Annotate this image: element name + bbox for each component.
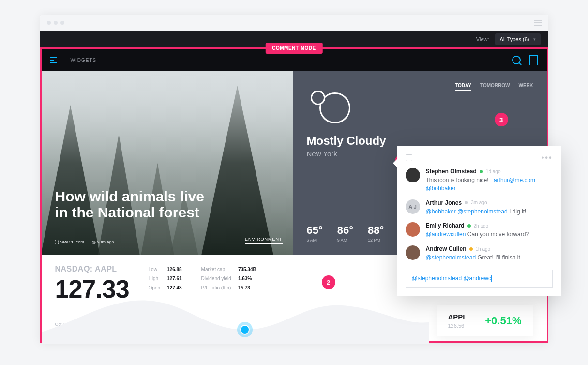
traffic-lights[interactable] [47, 21, 64, 25]
comment-item: Emily Richard 2h ago @andrewcullen Can y… [406, 222, 553, 239]
comment-item: Andrew Cullen 1h ago @stephenolmstead Gr… [406, 245, 553, 262]
card-price: 126.56 [448, 323, 467, 329]
view-label: View: [476, 36, 489, 42]
cloudy-icon [307, 90, 350, 123]
menu-icon[interactable] [50, 57, 57, 63]
comment-marker-3[interactable]: 3 [495, 113, 508, 126]
more-icon[interactable]: ••• [542, 153, 553, 162]
hero-meta: ) ) SPACE.com ◷ 20m ago [55, 240, 114, 244]
status-dot [467, 224, 471, 228]
tab-today[interactable]: TODAY [455, 83, 471, 91]
avatar[interactable] [406, 222, 420, 237]
temp-hour: 86°9 AM [337, 224, 353, 243]
browser-titlebar [40, 15, 548, 31]
stock-summary-card[interactable]: APPL 126.56 +0.51% [437, 305, 533, 336]
comment-item: Stephen Olmstead 1d ago This icon is loo… [406, 168, 553, 193]
search-icon[interactable] [512, 56, 521, 64]
view-type-dropdown[interactable]: All Types (6) ▾ [495, 33, 541, 45]
svg-point-0 [241, 326, 249, 334]
resolve-checkbox[interactable] [406, 154, 412, 161]
app-canvas: COMMENT MODE WIDGETS How wild animals li… [40, 47, 548, 343]
comment-thread: Stephen Olmstead 1d ago This icon is loo… [406, 168, 553, 262]
status-dot [480, 170, 483, 173]
avatar[interactable]: A J [406, 199, 420, 214]
avatar[interactable] [406, 168, 420, 182]
reply-input[interactable]: @stephenolmstead @andrewc [406, 270, 553, 288]
widgets-label[interactable]: WIDGETS [71, 58, 97, 63]
chevron-down-icon: ▾ [533, 37, 536, 42]
temp-hour: 65°6 AM [307, 224, 323, 243]
hamburger-icon[interactable] [534, 22, 542, 23]
stock-chart [42, 286, 429, 344]
ticker-label: NASDAQ: AAPL [55, 265, 129, 274]
browser-frame: View: All Types (6) ▾ COMMENT MODE WIDGE… [40, 15, 548, 343]
clock-icon: ◷ 20m ago [92, 240, 114, 244]
card-symbol: APPL [448, 313, 467, 321]
weather-tabs: TODAY TOMORROW WEEK [455, 83, 533, 91]
tab-tomorrow[interactable]: TOMORROW [480, 83, 510, 91]
status-dot [469, 247, 473, 251]
comment-mode-badge: COMMENT MODE [265, 43, 322, 54]
hero-image [42, 71, 293, 255]
hourly-temps: 65°6 AM 86°9 AM 88°12 PM [307, 224, 384, 243]
bookmark-icon[interactable] [529, 55, 538, 65]
comment-thread-popover: ••• Stephen Olmstead 1d ago This icon is… [397, 146, 561, 296]
hero-article-card[interactable]: How wild animals livein the National for… [42, 71, 293, 255]
comment-marker-2[interactable]: 2 [322, 275, 335, 289]
status-dot [465, 201, 468, 204]
source-label: ) ) SPACE.com [55, 240, 84, 244]
hero-headline: How wild animals livein the National for… [55, 188, 204, 220]
card-change: +0.51% [485, 315, 521, 327]
avatar[interactable] [406, 245, 420, 260]
temp-hour: 88°12 PM [368, 224, 384, 243]
view-type-value: All Types (6) [500, 36, 529, 42]
tab-week[interactable]: WEEK [519, 83, 533, 91]
comment-item: A J Arthur Jones 3m ago @bobbaker @steph… [406, 199, 553, 216]
category-tag[interactable]: ENVIRONMENT [245, 237, 283, 244]
